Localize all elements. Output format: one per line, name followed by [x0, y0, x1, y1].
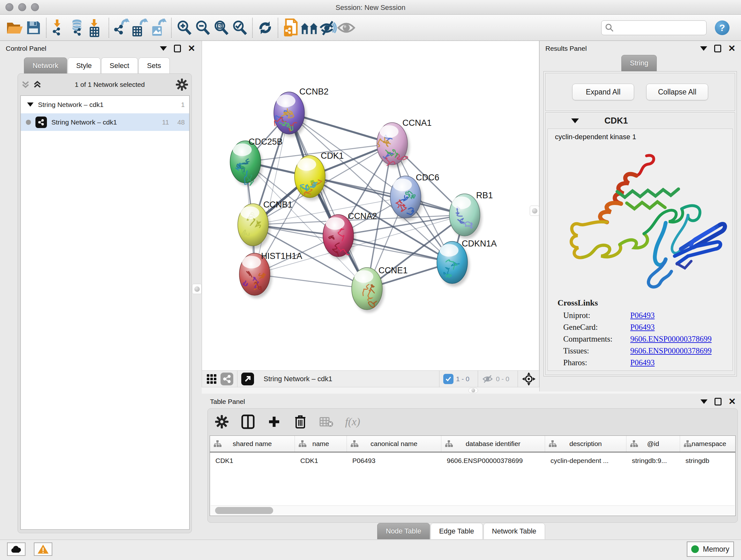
cloud-button[interactable] — [7, 543, 25, 556]
control-panel-close-icon[interactable]: ✕ — [188, 45, 195, 52]
table-cell[interactable]: P06493 — [347, 457, 441, 464]
zoom-in-icon[interactable] — [175, 18, 193, 37]
grid-view-icon[interactable] — [205, 373, 218, 385]
table-cell[interactable]: CDK1 — [210, 457, 295, 464]
network-node-CCNA2[interactable]: CCNA2 — [323, 211, 377, 260]
refresh-icon[interactable] — [256, 18, 274, 37]
import-network-icon[interactable] — [50, 18, 68, 37]
show-eye-icon[interactable] — [337, 18, 355, 37]
table-cell[interactable]: stringdb:9... — [626, 457, 680, 464]
network-row[interactable]: String Network – cdk1 11 48 — [21, 113, 189, 131]
network-node-RB1[interactable]: RB1 — [449, 191, 493, 239]
network-node-CDC25B[interactable]: CDC25B — [230, 137, 283, 186]
table-panel-collapse-icon[interactable] — [700, 399, 708, 404]
node-label-CCNE1: CCNE1 — [379, 266, 408, 275]
scrollbar-thumb[interactable] — [215, 507, 273, 514]
help-button[interactable]: ? — [715, 20, 730, 35]
network-share-view-icon[interactable] — [220, 373, 233, 385]
tab-select[interactable]: Select — [101, 57, 138, 74]
tab-edge-table[interactable]: Edge Table — [430, 523, 483, 539]
network-view-canvas[interactable]: CCNB2 CCNA1 CDC25B CDK1 CDC6 RB1 CCNB1 C… — [202, 41, 539, 370]
tab-network[interactable]: Network — [24, 57, 67, 74]
collapse-all-button[interactable]: Collapse All — [646, 84, 708, 100]
birdseye-crosshair-icon[interactable] — [522, 372, 536, 386]
import-database-icon[interactable] — [68, 18, 87, 37]
open-in-new-window-icon[interactable] — [241, 373, 254, 385]
table-gear-icon[interactable] — [213, 414, 230, 430]
delete-column-trash-icon[interactable] — [292, 414, 309, 430]
network-node-CCNE1[interactable]: CCNE1 — [352, 266, 408, 313]
table-cell[interactable]: stringdb — [680, 457, 736, 464]
zoom-out-icon[interactable] — [193, 18, 212, 37]
network-node-HIST1H1A[interactable]: HIST1H1A — [239, 251, 302, 298]
network-node-CDC6[interactable]: CDC6 — [390, 173, 440, 221]
table-cell[interactable]: cyclin-dependent ... — [545, 457, 626, 464]
column-header-database-identifier[interactable]: database identifier — [441, 436, 545, 452]
table-cell[interactable]: 9606.ENSP00000378699 — [441, 457, 545, 464]
tab-string[interactable]: String — [621, 55, 657, 71]
network-node-CCNB2[interactable]: CCNB2 — [274, 87, 329, 137]
collection-caret-icon[interactable] — [27, 103, 33, 107]
search-input[interactable] — [614, 24, 700, 31]
column-header-description[interactable]: description — [545, 436, 626, 452]
main-toolbar: ? — [0, 15, 741, 41]
search-field[interactable] — [601, 20, 706, 35]
node-label-CCNB2: CCNB2 — [299, 87, 329, 97]
export-table-icon[interactable] — [131, 18, 149, 37]
network-node-CDKN1A[interactable]: CDKN1A — [437, 239, 497, 287]
add-column-icon[interactable] — [266, 414, 282, 430]
control-panel-collapse-icon[interactable] — [160, 46, 167, 51]
memory-button[interactable]: Memory — [687, 542, 734, 557]
network-options-gear-icon[interactable] — [175, 78, 189, 91]
table-panel-close-icon[interactable]: ✕ — [729, 398, 736, 405]
results-panel-float-icon[interactable] — [714, 45, 721, 52]
share-document-icon[interactable] — [281, 18, 300, 37]
expand-all-button[interactable]: Expand All — [572, 84, 634, 100]
network-node-CCNB1[interactable]: CCNB1 — [238, 200, 293, 249]
import-table-icon[interactable] — [87, 18, 105, 37]
export-image-icon[interactable] — [149, 18, 168, 37]
crosslink-link[interactable]: 9606.ENSP00000378699 — [630, 334, 712, 344]
column-header-canonical-name[interactable]: canonical name — [347, 436, 441, 452]
zoom-selected-icon[interactable] — [230, 18, 249, 37]
edge-CCNB2-CCNE1[interactable] — [289, 113, 367, 289]
tab-node-table[interactable]: Node Table — [377, 523, 430, 539]
control-panel-float-icon[interactable] — [174, 45, 181, 52]
column-header-@id[interactable]: @id — [626, 436, 680, 452]
crosslink-link[interactable]: P06493 — [630, 311, 655, 320]
collapse-all-icon[interactable] — [21, 80, 32, 89]
column-header-shared-name[interactable]: shared name — [210, 436, 295, 452]
network-collection-row[interactable]: String Network – cdk1 1 — [21, 96, 189, 113]
expand-all-icon[interactable] — [32, 80, 45, 89]
section-collapse-caret[interactable] — [571, 118, 579, 123]
edge-CDK1-RB1[interactable] — [310, 177, 465, 215]
tab-network-table[interactable]: Network Table — [483, 523, 545, 539]
selected-checkbox-icon[interactable] — [443, 374, 454, 384]
crosslink-link[interactable]: P06493 — [630, 358, 655, 367]
export-network-icon[interactable] — [112, 18, 131, 37]
split-view-icon[interactable] — [240, 414, 256, 430]
crosslink-link[interactable]: P06493 — [630, 323, 655, 332]
table-cell[interactable]: CDK1 — [295, 457, 347, 464]
table-row[interactable]: CDK1CDK1P064939606.ENSP00000378699cyclin… — [210, 452, 735, 469]
results-panel-close-icon[interactable]: ✕ — [728, 45, 736, 52]
control-panel-tabs: NetworkStyleSelectSets — [24, 57, 171, 74]
zoom-fit-icon[interactable] — [212, 18, 230, 37]
table-horizontal-scrollbar[interactable] — [211, 505, 735, 515]
open-session-icon[interactable] — [6, 18, 24, 37]
hide-eye-icon[interactable] — [319, 18, 337, 37]
string-home-icon[interactable] — [300, 18, 319, 37]
warning-button[interactable] — [34, 543, 52, 556]
tab-sets[interactable]: Sets — [138, 57, 170, 74]
column-header-namespace[interactable]: namespace — [680, 436, 736, 452]
table-panel-tabs: Node TableEdge TableNetwork Table — [377, 523, 546, 539]
save-session-icon[interactable] — [24, 18, 43, 37]
results-panel-collapse-icon[interactable] — [700, 46, 707, 51]
table-panel-float-icon[interactable] — [715, 398, 722, 406]
column-header-name[interactable]: name — [295, 436, 347, 452]
network-node-CCNA1[interactable]: CCNA1 — [377, 118, 432, 168]
left-splitter-handle[interactable] — [192, 284, 202, 294]
right-splitter-handle[interactable] — [530, 206, 539, 216]
crosslink-link[interactable]: 9606.ENSP00000378699 — [630, 347, 712, 355]
tab-style[interactable]: Style — [68, 57, 100, 74]
